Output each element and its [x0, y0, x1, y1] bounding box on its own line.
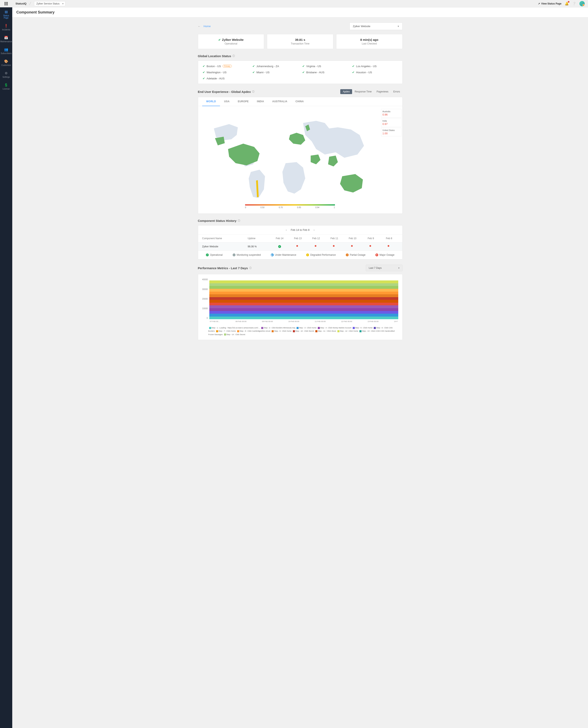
region-tab-europe[interactable]: EUROPE — [234, 97, 253, 106]
component-dropdown[interactable]: Zylker Website — [350, 22, 402, 30]
info-icon[interactable]: ⓘ — [252, 90, 254, 93]
status-dot-icon: – — [233, 253, 235, 256]
apps-launcher[interactable] — [0, 0, 12, 7]
status-dot-icon: ! — [306, 253, 309, 256]
nav-license[interactable]: 💲 License — [0, 81, 12, 92]
card-sub: Last Checked — [340, 42, 399, 45]
user-avatar[interactable] — [580, 1, 585, 6]
legend-swatch — [359, 330, 361, 332]
service-dropdown[interactable]: Zylker Service Status — [34, 1, 65, 6]
primary-badge: Primary — [223, 65, 232, 68]
status-legend-item: –Monitoring suspended — [233, 253, 261, 256]
legend-swatch — [297, 327, 299, 329]
status-legend-item: !Partial Outage — [346, 253, 365, 256]
location-name: Miami - US — [256, 71, 270, 74]
apdex-score-box: Australia0.96 — [381, 109, 401, 117]
location-name: Houston - US — [356, 71, 372, 74]
status-legend-label: Partial Outage — [350, 253, 365, 256]
performance-panel: 400003000020000100000 07-Feb 00…08-Feb 0… — [198, 274, 402, 340]
legend-swatch — [216, 330, 218, 332]
check-icon: ✔ — [352, 71, 355, 74]
apdex-score: 0.97 — [382, 123, 400, 126]
yaxis-tick: 10000 — [202, 307, 208, 310]
status-dot-icon: ✕ — [375, 253, 378, 256]
metric-tab-response-time[interactable]: Response Time — [352, 89, 374, 94]
info-icon[interactable]: ⓘ — [249, 266, 252, 270]
legend-label: Step - 2 : Click Borders Minnesota Iraq — [264, 327, 295, 329]
check-icon: ✔ — [203, 71, 205, 74]
check-icon: ✔ — [203, 65, 205, 68]
nav-maintenance[interactable]: 📅 Maintenance — [0, 33, 12, 45]
history-title: Component Status History — [198, 219, 236, 222]
region-tab-australia[interactable]: AUSTRALIA — [268, 97, 291, 106]
history-col-header: Component Name — [202, 237, 248, 240]
status-legend-label: Under Maintenance — [275, 253, 296, 256]
palette-icon: 🎨 — [4, 59, 8, 63]
legend-label: Step - 7 : Click Home — [218, 330, 236, 332]
performance-chart — [209, 279, 398, 319]
xaxis-tick: 09-Feb 00:00 — [262, 321, 273, 323]
info-icon[interactable]: ⓘ — [232, 54, 235, 58]
history-next[interactable]: › — [314, 228, 314, 231]
perf-range-label: Last 7 Days — [369, 267, 382, 269]
status-legend-label: Monitoring suspended — [237, 253, 261, 256]
region-tab-world[interactable]: WORLD — [202, 97, 220, 106]
legend-swatch — [337, 330, 339, 332]
status-legend-label: Major Outage — [379, 253, 394, 256]
history-prev[interactable]: ‹ — [286, 228, 287, 231]
nav-subscribers[interactable]: 👥 Subscribers — [0, 45, 12, 57]
status-legend-label: Degraded Performance — [310, 253, 336, 256]
location-item: ✔Johannesburg - ZA — [252, 65, 298, 68]
region-tab-india[interactable]: INDIA — [253, 97, 268, 106]
card-sub: Operational — [202, 42, 260, 45]
legend-tick: 0.70 — [279, 206, 283, 208]
yaxis-tick: 30000 — [202, 288, 208, 290]
breadcrumb-home[interactable]: Home — [204, 25, 211, 28]
check-icon: ✓ — [278, 245, 281, 248]
legend-label: Step - 10 : Click Secret — [295, 330, 314, 332]
back-button[interactable]: ← — [198, 25, 201, 28]
info-icon[interactable]: ⓘ — [238, 219, 240, 222]
nav-label: Status Page — [1, 15, 12, 19]
nav-label: Maintenance — [0, 40, 12, 43]
nav-settings[interactable]: ⚙ Settings — [0, 69, 12, 81]
performance-range-dropdown[interactable]: Last 7 Days — [366, 265, 402, 271]
metric-tab-apdex[interactable]: Apdex — [340, 89, 352, 94]
history-col-header: Feb 13 — [289, 237, 307, 240]
notifications-button[interactable]: 🔔 — [565, 2, 569, 5]
map-legend-gradient — [245, 204, 335, 205]
location-name: Los Angeles - US — [356, 65, 377, 68]
legend-label: Step - 12 : Click Home — [340, 330, 358, 332]
nav-customize[interactable]: 🎨 Customize — [0, 57, 12, 69]
legend-swatch — [224, 333, 226, 335]
status-dot-icon: ! — [346, 253, 349, 256]
users-icon: 👥 — [4, 48, 8, 51]
card-sub: Transaction Time — [271, 42, 330, 45]
external-icon: ↗ — [538, 2, 540, 5]
nav-status-page[interactable]: ▤ Status Page — [0, 7, 12, 21]
check-icon: ✔ — [302, 71, 305, 74]
gear-icon: ⚙ — [5, 71, 7, 75]
legend-label: Step - 1 : Loading - https://s3.us-east-… — [212, 327, 260, 329]
nav-incidents[interactable]: ❗ Incidents — [0, 21, 12, 33]
nav-label: Incidents — [2, 28, 10, 31]
legend-label: Step - 8 : Click Cambridgeshire circuit — [239, 330, 270, 332]
region-tab-china[interactable]: CHINA — [291, 97, 308, 106]
check-icon: ✔ — [252, 71, 255, 74]
page-header: Component Summary — [12, 7, 588, 18]
metric-tab-pageviews[interactable]: Pageviews — [374, 89, 391, 94]
help-button[interactable]: ❔ — [572, 2, 576, 5]
history-row: Zylker Website96.06 %✓ — [198, 242, 402, 250]
yaxis-tick: 40000 — [202, 279, 208, 281]
location-name: Johannesburg - ZA — [256, 65, 279, 68]
alert-icon: ❗ — [4, 24, 8, 28]
locations-panel: ✔Boston - USPrimary✔Johannesburg - ZA✔Vi… — [198, 61, 402, 84]
legend-swatch — [272, 330, 274, 332]
view-status-page-link[interactable]: ↗ View Status Page — [538, 2, 562, 5]
metric-tab-errors[interactable]: Errors — [391, 89, 402, 94]
status-legend-item: !Degraded Performance — [306, 253, 336, 256]
region-tab-usa[interactable]: USA — [220, 97, 234, 106]
chart-xaxis: 07-Feb 00…08-Feb 00:0009-Feb 00:0010-Feb… — [209, 321, 398, 323]
legend-swatch — [315, 330, 317, 332]
world-map — [203, 111, 377, 202]
